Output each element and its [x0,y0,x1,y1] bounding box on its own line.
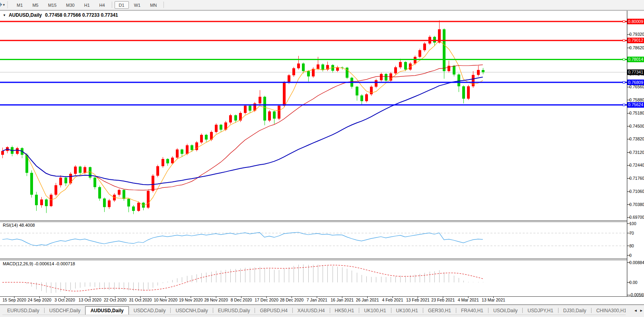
candle-body-down [181,150,183,154]
candle-body-down [433,37,436,43]
date-tick-label: 28 Nov 2020 [204,298,228,302]
candle-body-up [16,148,19,154]
chart-tab-audusd-daily[interactable]: AUDUSD,Daily [85,306,128,315]
timeframe-button-m15[interactable]: M15 [44,1,61,9]
candle-body-down [45,200,48,206]
timeframe-button-m1[interactable]: M1 [12,1,27,9]
move-cursor-icon[interactable]: ✥ [0,0,2,9]
date-tick-label: 13 Mar 2021 [482,298,505,302]
chart-tab-china300-h1[interactable]: CHINA300,H1 [591,307,626,315]
price-badge-text: 0.78014 [628,57,643,62]
candle-body-up [292,68,295,76]
level-line-anchor[interactable] [623,104,625,106]
candle-body-down [307,71,310,76]
candle-body-up [467,86,470,99]
macd-label: MACD(12,26,9) -0.000614 -0.000718 [3,261,75,266]
timeframe-button-mn[interactable]: MN [146,1,161,9]
timeframe-button-d1[interactable]: D1 [115,1,129,9]
level-line-anchor[interactable] [623,58,625,60]
candle-body-up [108,200,111,207]
candle-body-down [30,173,33,195]
candle-body-down [191,145,193,150]
timeframe-button-m30[interactable]: M30 [62,1,79,9]
price-tick-label: 0.76560 [629,84,644,89]
candle-body-up [152,176,154,191]
chart-tab-usoil-daily[interactable]: USOil,Daily [488,307,522,315]
scroll-left-icon[interactable]: ◂ [634,307,637,313]
chart-tab-usdcad-daily[interactable]: USDCAD,Daily [129,307,171,315]
date-tick-label: 13 Feb 2021 [406,298,430,302]
candle-body-down [453,66,455,74]
candle-body-up [69,174,72,183]
candle-body-up [399,62,402,67]
level-line-anchor[interactable] [623,39,625,41]
candle-body-up [186,145,189,154]
price-tick-label: 0.73820 [629,136,644,141]
toolbar-grip[interactable] [7,2,9,8]
chart-tab-uk100-h1[interactable]: UK100,H1 [391,307,423,315]
level-line-anchor[interactable] [623,82,625,84]
candle-body-down [132,206,135,211]
macd-tick-label: 0.00 [629,280,638,285]
candle-body-up [84,167,86,173]
candle-body-down [64,178,67,183]
timeframe-button-w1[interactable]: W1 [130,1,145,9]
chart-tab-ger30-h1[interactable]: GER30,H1 [423,307,456,315]
date-tick-label: 28 Dec 2020 [280,298,304,302]
candle-body-up [375,80,377,87]
candle-body-down [166,159,169,163]
timeframe-button-h4[interactable]: H4 [95,1,109,9]
scroll-right-icon[interactable]: ▸ [640,307,642,313]
date-tick-label: 31 Oct 2020 [129,298,152,302]
price-tick-label: 0.71760 [629,176,644,181]
chart-tab-fra40-h1[interactable]: FRA40,H1 [456,307,488,315]
dropdown-caret-icon[interactable]: ▾ [3,3,5,7]
candle-body-down [462,86,465,99]
candle-body-up [171,158,174,163]
chart-tab-eurusd-daily[interactable]: EURUSD,Daily [2,307,44,315]
chart-tab-usdcnh-daily[interactable]: USDCNH,Daily [171,307,212,315]
chart-tab-eurusd-daily[interactable]: EURUSD,Daily [213,307,255,315]
timeframe-button-m5[interactable]: M5 [28,1,43,9]
level-line-anchor[interactable] [623,21,625,23]
price-tick-label: 0.70380 [629,202,644,207]
chart-canvas[interactable]: 0.793200.786200.779400.772400.765600.758… [0,0,644,317]
chart-tab-xauusd-h4[interactable]: XAUUSD,H4 [293,307,330,315]
date-tick-label: 15 Sep 2020 [2,298,26,302]
price-tick-label: 0.75180 [629,111,644,115]
chart-tab-usdchf-daily[interactable]: USDCHF,Daily [45,307,86,315]
candle-body-up [365,94,368,101]
rsi-tick-label: 100 [629,221,636,226]
candle-body-down [273,111,276,119]
toolbar-separator [163,2,164,8]
candle-body-up [317,64,319,69]
macd-tick-label: -0.00565 [629,292,644,297]
toolbar-separator [112,2,112,8]
candle-body-down [360,95,363,101]
chart-tab-usdjpy-h1[interactable]: USDJPY,H1 [523,307,558,315]
candle-body-down [103,198,106,207]
chart-symbol-label: AUDUSD,Daily [9,12,42,18]
chart-tab-gbpusd-h4[interactable]: GBPUSD,H4 [255,307,292,315]
candle-body-down [457,74,460,86]
candle-body-up [297,64,300,68]
chart-menu-triangle-icon[interactable]: ▼ [3,14,6,17]
macd-tick-label: 0.00884 [629,260,644,265]
date-tick-label: 4 Mar 2021 [458,298,479,302]
date-tick-label: 7 Jan 2021 [307,298,327,302]
price-badge-text: 0.77341 [628,70,643,74]
candle-body-up [215,125,218,132]
chart-tab-dj30-daily[interactable]: DJ30,Daily [558,307,591,315]
candle-body-up [239,113,242,121]
date-tick-label: 16 Jan 2021 [331,298,354,302]
date-tick-label: 24 Sep 2020 [28,298,52,302]
timeframe-buttons: M1M5M15M30H1H4D1W1MN [12,1,166,9]
timeframe-button-h1[interactable]: H1 [80,1,94,9]
chart-tab-uk100-h1[interactable]: UK100,H1 [359,307,391,315]
candle-body-down [443,29,446,71]
candle-body-down [123,190,125,199]
candle-body-up [156,166,159,176]
chart-tab-hk50-h1[interactable]: HK50,H1 [330,307,359,315]
chart-tabs-bar: EURUSD,DailyUSDCHF,DailyAUDUSD,DailyUSDC… [0,305,644,317]
candle-body-down [263,97,266,121]
